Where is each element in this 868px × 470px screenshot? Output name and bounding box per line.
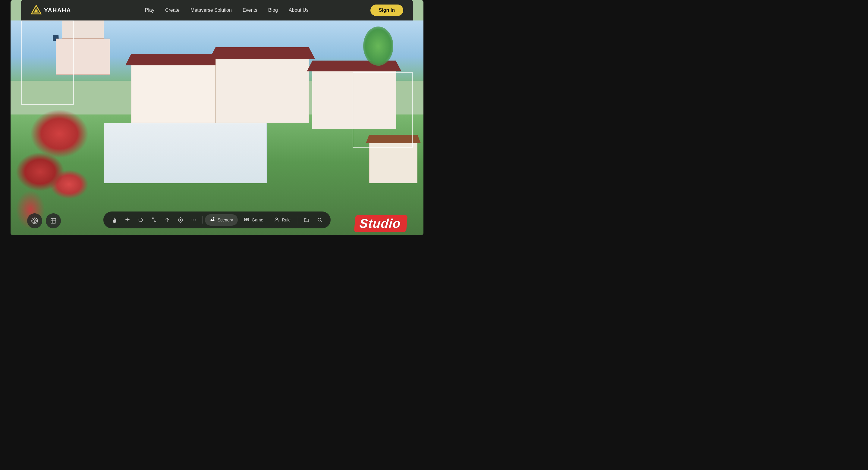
nav-play[interactable]: Play	[145, 7, 154, 13]
target-tool-button[interactable]	[175, 214, 187, 226]
nav-about[interactable]: About Us	[289, 7, 309, 13]
svg-point-24	[193, 220, 194, 221]
rotate-tool-button[interactable]	[135, 214, 147, 226]
toolbar-divider-2	[298, 216, 298, 224]
nav-create[interactable]: Create	[165, 7, 180, 13]
scenery-tab[interactable]: Scenery	[205, 214, 238, 226]
svg-point-30	[248, 218, 248, 219]
green-tree	[363, 27, 393, 66]
svg-point-33	[318, 218, 321, 221]
hand-tool-button[interactable]	[108, 214, 120, 226]
svg-point-5	[34, 220, 35, 221]
scenery-tab-label: Scenery	[218, 218, 233, 222]
scenery-icon	[210, 217, 215, 223]
small-struct-right	[369, 141, 417, 183]
snowy-courtyard	[104, 123, 267, 183]
search-button[interactable]	[314, 214, 326, 226]
bottom-left-icons	[27, 213, 61, 228]
folder-button[interactable]	[301, 214, 313, 226]
game-tab[interactable]: Game	[239, 214, 268, 226]
game-icon	[244, 217, 249, 223]
svg-point-2	[35, 10, 37, 12]
game-tab-label: Game	[252, 218, 263, 222]
move-tool-button[interactable]	[121, 214, 133, 226]
svg-point-22	[180, 219, 181, 221]
svg-point-25	[195, 220, 196, 221]
svg-point-32	[276, 218, 278, 220]
nav-metaverse[interactable]: Metaverse Solution	[190, 7, 232, 13]
logo-icon	[31, 5, 41, 15]
layers-button[interactable]	[46, 213, 61, 228]
black-side-left	[0, 0, 10, 235]
studio-badge: Studio	[355, 215, 407, 232]
nav-blog[interactable]: Blog	[268, 7, 278, 13]
toolbar-divider	[202, 216, 203, 224]
scale-tool-button[interactable]	[148, 214, 160, 226]
svg-point-4	[33, 219, 36, 223]
rule-tab-label: Rule	[282, 218, 290, 222]
more-options-button[interactable]	[188, 214, 200, 226]
svg-point-23	[191, 220, 192, 221]
svg-line-34	[321, 221, 322, 222]
svg-point-31	[248, 220, 248, 220]
scene-art	[10, 21, 424, 235]
studio-badge-text: Studio	[354, 215, 408, 232]
fingerprint-button[interactable]	[27, 213, 42, 228]
struct-right-2	[312, 69, 396, 129]
struct-center	[131, 63, 216, 123]
black-side-right	[424, 0, 434, 235]
rule-icon	[274, 217, 279, 223]
pagoda-floor-2	[62, 21, 104, 38]
rule-tab[interactable]: Rule	[269, 214, 296, 226]
struct-right-1	[216, 57, 309, 123]
navbar: YAHAHA Play Create Metaverse Solution Ev…	[21, 0, 413, 21]
logo-area: YAHAHA	[31, 5, 71, 15]
sign-in-button[interactable]: Sign In	[370, 4, 403, 16]
svg-point-26	[213, 217, 214, 219]
up-tool-button[interactable]	[161, 214, 173, 226]
nav-links: Play Create Metaverse Solution Events Bl…	[83, 7, 370, 13]
toolbar: Scenery Game Rule	[103, 212, 331, 228]
pagoda-floor-1	[56, 38, 110, 75]
svg-rect-10	[51, 218, 56, 223]
logo-text: YAHAHA	[44, 7, 71, 14]
nav-events[interactable]: Events	[243, 7, 257, 13]
scene-container: YAHAHA Play Create Metaverse Solution Ev…	[10, 0, 424, 235]
